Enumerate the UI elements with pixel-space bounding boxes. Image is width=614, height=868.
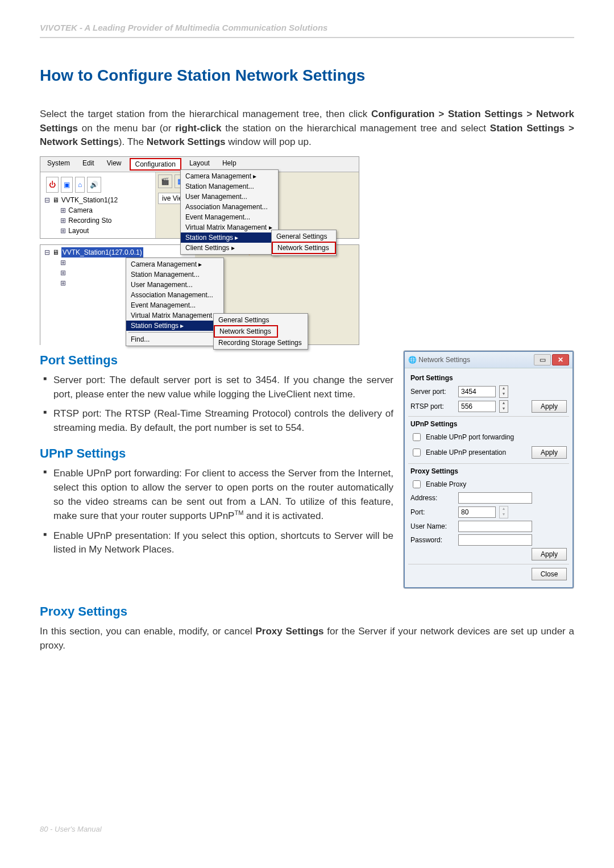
close-button[interactable]: ✕ — [552, 354, 569, 366]
username-label: User Name: — [410, 522, 455, 530]
menu-virtual-matrix[interactable]: Virtual Matrix Management ▸ — [181, 222, 278, 232]
submenu-general-settings[interactable]: General Settings — [272, 231, 336, 242]
proxy-settings-heading: Proxy Settings — [40, 604, 574, 619]
menu-station-mgmt[interactable]: Station Management... — [181, 181, 278, 192]
address-input[interactable] — [458, 492, 532, 504]
tree-station-selected[interactable]: VVTK_Station1(127.0.0.1) — [61, 247, 143, 258]
menubar-screenshot: System Edit View Configuration Layout He… — [40, 156, 359, 239]
intro-text: on the menu bar (or — [78, 123, 175, 134]
menu-edit[interactable]: Edit — [78, 158, 99, 171]
menu-layout[interactable]: Layout — [185, 158, 214, 171]
intro-text: the station on the hierarchical manageme… — [221, 123, 489, 134]
menu-system[interactable]: System — [43, 158, 74, 171]
intro-text: ). The — [119, 136, 147, 147]
ctx-recording-storage[interactable]: Recording Storage Settings — [214, 338, 308, 348]
server-port-label: Server port: — [410, 388, 455, 396]
menu-station-settings[interactable]: Station Settings ▸ — [181, 232, 278, 243]
port-bullet-server: Server port: The default server port is … — [40, 373, 393, 401]
intro-window-name: Network Settings — [147, 136, 226, 147]
password-input[interactable] — [458, 534, 532, 546]
menu-help[interactable]: Help — [218, 158, 241, 171]
ctx-station-mgmt[interactable]: Station Management... — [126, 269, 223, 280]
submenu-network-settings[interactable]: Network Settings — [272, 242, 336, 254]
tree-recording[interactable]: Recording Sto — [68, 217, 111, 225]
menu-configuration[interactable]: Configuration — [130, 158, 181, 171]
rtsp-port-input[interactable] — [458, 401, 496, 412]
upnp-bullet-forwarding: Enable UPnP port forwarding: For client … — [40, 467, 393, 523]
intro-text: window will pop up. — [226, 136, 312, 147]
proxy-port-label: Port: — [410, 508, 455, 516]
ctx-camera-mgmt[interactable]: Camera Management ▸ — [126, 259, 223, 269]
port-bullet-rtsp: RTSP port: The RTSP (Real-Time Streaming… — [40, 407, 393, 435]
menu-view[interactable]: View — [102, 158, 126, 171]
apply-upnp-button[interactable]: Apply — [532, 446, 567, 459]
proxy-port-spinner[interactable]: ▲▼ — [499, 506, 508, 518]
upnp-forwarding-label: Enable UPnP port forwarding — [426, 433, 514, 441]
upnp-presentation-label: Enable UPnP presentation — [426, 448, 506, 456]
proxy-settings-term: Proxy Settings — [255, 626, 323, 637]
proxy-port-input[interactable] — [458, 506, 496, 518]
contextmenu-screenshot: ⊟ 🖥 VVTK_Station1(127.0.0.1) ⊞ ⊞ ⊞ 🔶 Liv… — [40, 244, 359, 345]
intro-text: Select the target station from the hiera… — [40, 109, 371, 119]
apply-proxy-button[interactable]: Apply — [532, 548, 567, 560]
footer-page-number: 80 - User's Manual — [40, 825, 102, 833]
server-port-spinner[interactable]: ▲▼ — [499, 385, 508, 398]
dialog-title: Network Settings — [418, 356, 533, 364]
ctx-user-mgmt[interactable]: User Management... — [126, 280, 223, 290]
power-icon[interactable]: ⏻ — [46, 177, 59, 193]
tree-camera[interactable]: Camera — [68, 206, 93, 214]
menu-event-mgmt[interactable]: Event Management... — [181, 212, 278, 222]
proxy-text: In this section, you can enable, modify,… — [40, 626, 255, 637]
ctx-find[interactable]: Find... — [126, 334, 223, 344]
record-icon[interactable]: 🎬 — [158, 175, 172, 188]
header-subtitle: VIVOTEK - A Leading Provider of Multimed… — [40, 23, 574, 38]
menu-camera-mgmt[interactable]: Camera Management ▸ — [181, 171, 278, 181]
tm-superscript: TM — [234, 509, 243, 516]
port-settings-group: Port Settings — [410, 374, 567, 382]
proxy-settings-group: Proxy Settings — [410, 467, 567, 475]
ctx-assoc-mgmt[interactable]: Association Management... — [126, 290, 223, 300]
username-input[interactable] — [458, 521, 532, 532]
intro-paragraph: Select the target station from the hiera… — [40, 107, 574, 149]
menu-assoc-mgmt[interactable]: Association Management... — [181, 202, 278, 212]
network-settings-dialog: 🌐 Network Settings ▭ ✕ Port Settings Ser… — [404, 351, 574, 588]
enable-proxy-checkbox[interactable] — [413, 480, 421, 488]
server-port-input[interactable] — [458, 386, 496, 397]
ctx-virtual-matrix[interactable]: Virtual Matrix Management ▸ — [126, 310, 223, 321]
management-tree[interactable]: ⏻ ▣ ⌂ 🔊 ⊟ 🖥 VVTK_Station1(12 ⊞ Camera ⊞ … — [40, 172, 156, 238]
home-icon[interactable]: ⌂ — [75, 177, 85, 193]
address-label: Address: — [410, 494, 455, 502]
upnp-settings-heading: UPnP Settings — [40, 446, 393, 461]
ctx-event-mgmt[interactable]: Event Management... — [126, 300, 223, 310]
upnp-text-tail: and it is activated. — [243, 510, 323, 521]
tree-station[interactable]: VVTK_Station1(12 — [61, 196, 118, 204]
menu-user-mgmt[interactable]: User Management... — [181, 192, 278, 202]
page-title: How to Configure Station Network Setting… — [40, 67, 574, 85]
globe-icon: 🌐 — [408, 356, 417, 364]
ctx-network-settings[interactable]: Network Settings — [214, 325, 278, 338]
port-settings-heading: Port Settings — [40, 353, 393, 368]
screen-icon[interactable]: ▣ — [61, 177, 73, 193]
rtsp-port-spinner[interactable]: ▲▼ — [499, 400, 508, 413]
ctx-general-settings[interactable]: General Settings — [214, 315, 308, 325]
menu-client-settings[interactable]: Client Settings ▸ — [181, 243, 278, 253]
minimize-button[interactable]: ▭ — [534, 354, 551, 366]
upnp-bullet-presentation: Enable UPnP presentation: If you select … — [40, 529, 393, 557]
rtsp-port-label: RTSP port: — [410, 402, 455, 410]
apply-port-button[interactable]: Apply — [532, 400, 567, 413]
upnp-presentation-checkbox[interactable] — [413, 448, 421, 456]
tree-layout[interactable]: Layout — [68, 227, 89, 235]
intro-rightclick: right-click — [175, 123, 221, 134]
password-label: Password: — [410, 536, 455, 544]
enable-proxy-label: Enable Proxy — [426, 480, 466, 488]
close-dialog-button[interactable]: Close — [532, 568, 567, 580]
upnp-forwarding-checkbox[interactable] — [413, 433, 421, 441]
speaker-icon[interactable]: 🔊 — [87, 177, 101, 193]
upnp-settings-group: UPnP Settings — [410, 420, 567, 428]
proxy-paragraph: In this section, you can enable, modify,… — [40, 625, 574, 653]
upnp-text: Enable UPnP port forwarding: For client … — [53, 468, 393, 521]
ctx-station-settings[interactable]: Station Settings ▸ — [126, 321, 223, 331]
